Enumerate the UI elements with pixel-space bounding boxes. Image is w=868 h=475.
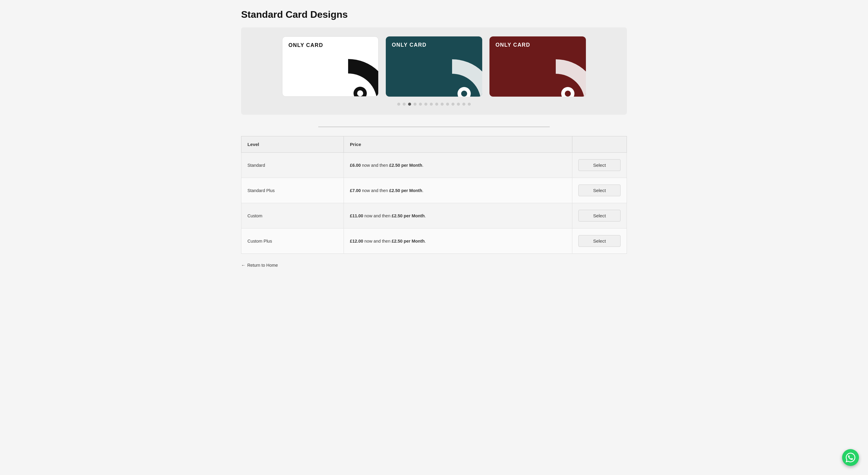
page-wrapper: Standard Card Designs ONLY CARD ONLY CAR…: [235, 0, 633, 277]
col-header-level: Level: [241, 136, 344, 152]
dot-5[interactable]: [419, 103, 422, 106]
dot-12[interactable]: [457, 103, 460, 106]
select-button-1[interactable]: Select: [578, 184, 621, 196]
dot-7[interactable]: [430, 103, 433, 106]
card-design-maroon: ONLY CARD: [490, 36, 586, 97]
carousel-container: ONLY CARD ONLY CARD: [241, 27, 627, 115]
action-cell-2: Select: [572, 203, 627, 229]
dot-3[interactable]: [408, 103, 411, 106]
level-cell-0: Standard: [241, 152, 344, 178]
select-button-3[interactable]: Select: [578, 235, 621, 247]
section-divider: [318, 127, 550, 127]
card-brand-teal: ONLY CARD: [392, 42, 476, 48]
table-row: Standard Plus£7.00 now and then £2.50 pe…: [241, 178, 627, 203]
dot-6[interactable]: [424, 103, 427, 106]
table-row: Custom£11.00 now and then £2.50 per Mont…: [241, 203, 627, 229]
card-design-teal: ONLY CARD: [386, 36, 482, 97]
col-header-price: Price: [344, 136, 572, 152]
dot-14[interactable]: [468, 103, 471, 106]
card-logo-white: [336, 54, 378, 97]
col-header-action: [572, 136, 627, 152]
card-design-white: ONLY CARD: [282, 36, 378, 97]
card-logo-teal: [440, 55, 482, 97]
price-cell-1: £7.00 now and then £2.50 per Month.: [344, 178, 572, 203]
return-home-label: Return to Home: [247, 263, 278, 268]
dot-10[interactable]: [446, 103, 449, 106]
table-row: Custom Plus£12.00 now and then £2.50 per…: [241, 229, 627, 254]
card-logo-maroon: [544, 55, 586, 97]
cards-row: ONLY CARD ONLY CARD: [247, 36, 621, 97]
table-row: Standard£6.00 now and then £2.50 per Mon…: [241, 152, 627, 178]
level-cell-1: Standard Plus: [241, 178, 344, 203]
dot-4[interactable]: [413, 103, 416, 106]
svg-point-1: [357, 90, 363, 96]
dot-1[interactable]: [397, 103, 400, 106]
level-cell-2: Custom: [241, 203, 344, 229]
card-brand-maroon: ONLY CARD: [495, 42, 580, 48]
price-cell-0: £6.00 now and then £2.50 per Month.: [344, 152, 572, 178]
level-cell-3: Custom Plus: [241, 229, 344, 254]
action-cell-3: Select: [572, 229, 627, 254]
action-cell-0: Select: [572, 152, 627, 178]
pricing-table: Level Price Standard£6.00 now and then £…: [241, 136, 627, 254]
price-cell-2: £11.00 now and then £2.50 per Month.: [344, 203, 572, 229]
page-title: Standard Card Designs: [241, 9, 627, 20]
action-cell-1: Select: [572, 178, 627, 203]
svg-point-5: [565, 91, 571, 97]
arrow-left-icon: ←: [241, 263, 245, 268]
select-button-2[interactable]: Select: [578, 210, 621, 222]
return-home-link[interactable]: ← Return to Home: [241, 263, 627, 268]
svg-point-3: [461, 91, 467, 97]
price-cell-3: £12.00 now and then £2.50 per Month.: [344, 229, 572, 254]
carousel-dots: [247, 103, 621, 106]
dot-2[interactable]: [403, 103, 406, 106]
dot-8[interactable]: [435, 103, 438, 106]
card-brand-white: ONLY CARD: [288, 42, 372, 48]
select-button-0[interactable]: Select: [578, 159, 621, 171]
dot-9[interactable]: [441, 103, 444, 106]
table-header-row: Level Price: [241, 136, 627, 152]
dot-13[interactable]: [462, 103, 465, 106]
dot-11[interactable]: [452, 103, 455, 106]
